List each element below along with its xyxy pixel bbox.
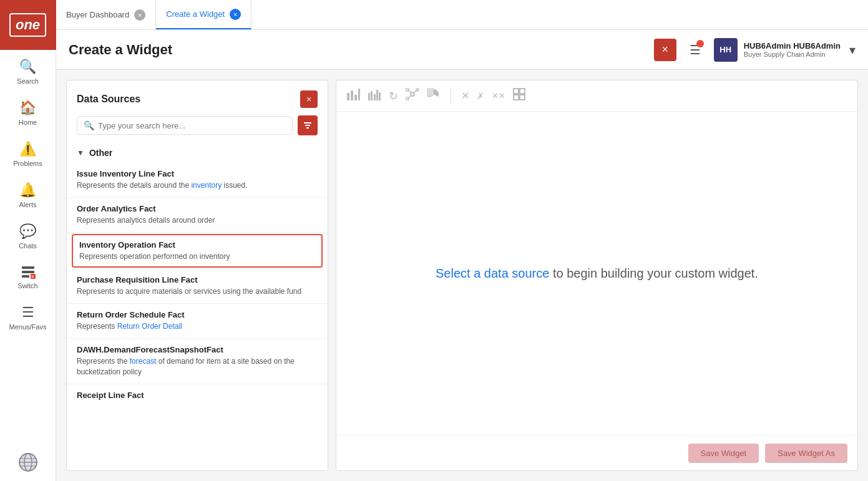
item-title: Issue Inventory Line Fact	[77, 169, 318, 178]
tab-close-buyer[interactable]: ×	[134, 9, 145, 21]
search-box[interactable]: 🔍	[77, 116, 293, 135]
grouped-bar-chart-icon[interactable]	[368, 88, 381, 104]
header-close-button[interactable]: ×	[654, 39, 676, 61]
item-desc: Represents to acquire materials or servi…	[77, 286, 318, 297]
sidebar-item-alerts[interactable]: 🔔 Alerts	[0, 173, 56, 215]
user-name: HUB6Admin HUB6Admin	[744, 41, 841, 51]
svg-rect-13	[347, 93, 349, 100]
pie-chart-icon[interactable]	[427, 88, 441, 104]
header-menu-button[interactable]: ☰	[684, 39, 706, 61]
svg-rect-29	[514, 89, 519, 94]
prompt-text: to begin building your custom widget.	[549, 266, 758, 280]
close-x-icon[interactable]: ✕	[461, 90, 469, 102]
search-icon: 🔍	[84, 120, 94, 130]
panel-header: Data Sources ×	[67, 80, 328, 115]
list-item[interactable]: Issue Inventory Line Fact Represents the…	[67, 163, 328, 198]
category-label: Other	[89, 148, 112, 158]
sidebar-item-chats[interactable]: 💬 Chats	[0, 215, 56, 256]
item-title: Inventory Operation Fact	[79, 240, 315, 250]
panel-close-button[interactable]: ×	[300, 90, 318, 108]
widget-canvas: Select a data source to begin building y…	[336, 112, 857, 435]
list-item[interactable]: Return Order Schedule Fact Represents Re…	[67, 304, 328, 339]
page-header: Create a Widget × ☰ HH HUB6Admin HUB6Adm…	[56, 30, 868, 70]
highlight-text: Return Order Detail	[117, 322, 182, 331]
svg-rect-21	[379, 92, 381, 100]
filter-button[interactable]	[298, 115, 318, 135]
panel-title: Data Sources	[77, 94, 140, 105]
tab-label-create: Create a Widget	[166, 9, 225, 19]
tab-buyer-dashboard[interactable]: Buyer Dashboard ×	[56, 0, 156, 29]
warning-icon: ⚠️	[19, 141, 36, 157]
highlight-text: forecast	[130, 357, 157, 366]
sidebar-item-menus[interactable]: ☰ Menus/Favs	[0, 296, 56, 337]
menu-icon: ☰	[22, 304, 34, 321]
tab-create-widget[interactable]: Create a Widget ×	[156, 0, 251, 29]
avatar: HH	[714, 38, 738, 62]
chat-icon: 💬	[19, 223, 36, 240]
sidebar-item-search[interactable]: 🔍 Search	[0, 50, 56, 91]
page-title: Create a Widget	[69, 42, 654, 58]
svg-rect-32	[520, 95, 525, 100]
svg-rect-16	[358, 89, 360, 100]
bar-chart-icon[interactable]	[346, 88, 360, 104]
select-data-source-link[interactable]: Select a data source	[436, 266, 549, 280]
svg-point-25	[406, 97, 409, 100]
search-input[interactable]	[98, 121, 286, 130]
refresh-icon[interactable]: ↻	[389, 89, 398, 103]
svg-line-28	[409, 95, 411, 98]
user-role: Buyer Supply Chain Admin	[744, 51, 841, 58]
sidebar: one 🔍 Search 🏠 Home ⚠️ Problems 🔔 Alerts…	[0, 0, 56, 481]
toolbar-divider	[451, 89, 451, 104]
data-sources-panel: Data Sources × 🔍 ▼	[66, 80, 328, 471]
user-profile[interactable]: HH HUB6Admin HUB6Admin Buyer Supply Chai…	[714, 38, 856, 62]
svg-rect-17	[368, 93, 370, 100]
svg-line-27	[414, 90, 416, 93]
svg-rect-18	[371, 91, 373, 100]
sidebar-item-problems[interactable]: ⚠️ Problems	[0, 132, 56, 173]
close-x2-icon[interactable]: ✗	[477, 91, 484, 101]
grid-icon[interactable]	[513, 88, 525, 104]
save-widget-button[interactable]: Save Widget	[688, 444, 759, 463]
list-item[interactable]: Receipt Line Fact	[67, 384, 328, 408]
search-row: 🔍	[67, 115, 328, 143]
svg-rect-30	[520, 89, 525, 94]
user-dropdown-icon[interactable]: ▾	[849, 42, 856, 57]
svg-rect-15	[354, 95, 357, 100]
app-logo[interactable]: one	[0, 0, 56, 50]
svg-rect-19	[374, 94, 376, 100]
svg-point-24	[416, 89, 419, 91]
list-item[interactable]: DAWH.DemandForecastSnapshotFact Represen…	[67, 339, 328, 384]
list-item[interactable]: Purchase Requisition Line Fact Represent…	[67, 269, 328, 304]
close-xx-icon[interactable]: ✕✕	[492, 91, 505, 100]
logo-text: one	[9, 13, 46, 37]
tab-close-create[interactable]: ×	[230, 9, 241, 20]
network-icon[interactable]	[406, 88, 419, 104]
content-area: Data Sources × 🔍 ▼	[56, 70, 868, 481]
sidebar-label-home: Home	[19, 119, 37, 126]
bell-icon: 🔔	[19, 182, 36, 198]
item-desc: Represents the forecast of demand for it…	[77, 356, 318, 377]
select-prompt: Select a data source to begin building y…	[436, 266, 758, 281]
sidebar-item-switch[interactable]: ≡ Switch	[0, 256, 56, 296]
list-item[interactable]: Order Analytics Fact Represents analytic…	[67, 198, 328, 233]
item-desc: Represents analytics details around orde…	[77, 215, 318, 226]
user-info: HUB6Admin HUB6Admin Buyer Supply Chain A…	[744, 41, 841, 58]
svg-rect-0	[22, 266, 34, 269]
category-other[interactable]: ▼ Other	[67, 143, 328, 163]
svg-line-26	[409, 90, 411, 93]
sidebar-label-search: Search	[17, 77, 39, 85]
home-icon: 🏠	[19, 100, 36, 116]
save-widget-as-button[interactable]: Save Widget As	[765, 444, 847, 463]
item-title: Receipt Line Fact	[77, 391, 318, 400]
switch-icon: ≡	[21, 265, 36, 279]
svg-text:≡: ≡	[31, 275, 34, 279]
user-globe-icon	[18, 452, 38, 472]
svg-rect-1	[22, 271, 34, 273]
sidebar-label-alerts: Alerts	[19, 201, 36, 208]
sidebar-item-user[interactable]	[0, 444, 56, 481]
list-item-selected[interactable]: Inventory Operation Fact Represents oper…	[72, 234, 323, 268]
sidebar-item-home[interactable]: 🏠 Home	[0, 91, 56, 132]
chevron-down-icon: ▼	[77, 148, 84, 157]
svg-point-23	[406, 89, 409, 91]
svg-rect-2	[22, 275, 29, 278]
